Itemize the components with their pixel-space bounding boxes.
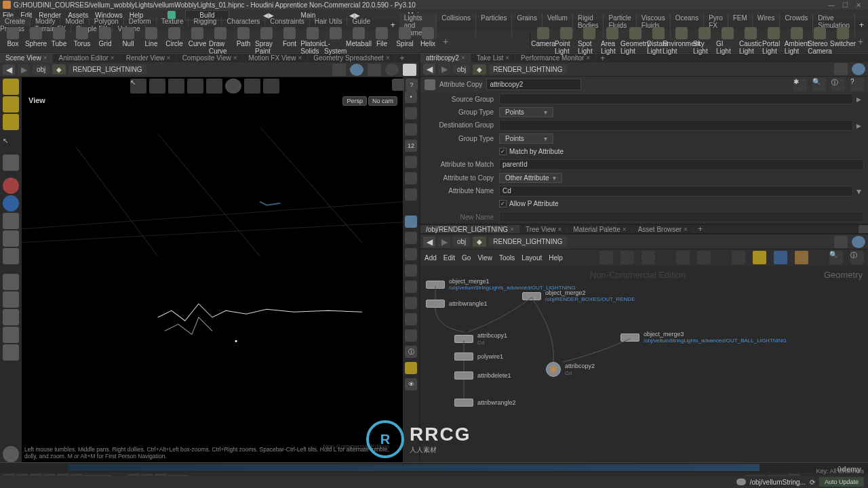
net-pin[interactable]: [834, 236, 848, 248]
node-attribcopy1[interactable]: attribcopy1 Cd: [454, 332, 507, 346]
node-polywire1[interactable]: polywire1: [454, 352, 503, 361]
rt-list[interactable]: [405, 297, 417, 309]
net-path-obj[interactable]: obj: [453, 237, 470, 247]
status-update[interactable]: Auto Update: [819, 477, 864, 487]
path-node[interactable]: RENDER_LIGHTNING: [68, 64, 146, 75]
shelf-tool[interactable]: Draw Curve: [209, 27, 232, 55]
path-pin[interactable]: [332, 64, 346, 76]
rt-eye[interactable]: 👁: [405, 378, 417, 390]
shelf-tool[interactable]: Spray Paint: [255, 27, 278, 55]
net-add[interactable]: Add: [425, 254, 437, 262]
shelf-tool[interactable]: Font: [278, 27, 301, 55]
net-tool-7[interactable]: [753, 251, 766, 264]
select-tool[interactable]: [3, 79, 19, 95]
rt-point[interactable]: •: [405, 91, 417, 103]
shelf-tool[interactable]: Environment Light: [670, 27, 693, 55]
snap-multi[interactable]: [3, 344, 19, 361]
param-pin[interactable]: [834, 63, 848, 75]
vp-layout[interactable]: [392, 79, 404, 91]
param-search-icon[interactable]: 🔍: [812, 78, 826, 92]
net-nav-fwd[interactable]: ▶: [438, 237, 450, 247]
pane-tab[interactable]: attribcopy2×: [420, 54, 471, 63]
node-attribwrangle2[interactable]: attribwrangle2: [454, 399, 516, 407]
snap-curve[interactable]: [3, 291, 19, 308]
pane-tab[interactable]: Render View×: [121, 54, 177, 62]
nav-back[interactable]: ◀: [3, 64, 15, 75]
path-wire[interactable]: [368, 64, 381, 76]
shelf-tool[interactable]: Line: [140, 27, 163, 55]
shelf-tab[interactable]: Characters: [222, 17, 265, 26]
param-path-obj[interactable]: obj: [453, 64, 470, 75]
shelf-tool[interactable]: Torus: [71, 27, 94, 55]
close-button[interactable]: ✕: [852, 1, 865, 9]
rt-light[interactable]: [405, 123, 417, 136]
chk-match-attr[interactable]: ✓Match by Attribute: [499, 148, 564, 155]
rt-sky[interactable]: [405, 216, 417, 228]
source-group-menu[interactable]: ▸: [853, 94, 864, 104]
net-max[interactable]: [859, 225, 868, 233]
pane-add-br[interactable]: +: [694, 224, 707, 234]
nav-fwd[interactable]: ▶: [18, 64, 30, 75]
net-search[interactable]: 🔍: [829, 251, 843, 264]
shelf-tool[interactable]: Curve: [186, 27, 209, 55]
pane-tab[interactable]: Take List×: [471, 54, 515, 63]
param-help-icon[interactable]: ?: [850, 78, 864, 92]
net-tools[interactable]: Tools: [499, 254, 515, 262]
shelf-tool[interactable]: Spot Light: [578, 27, 601, 55]
net-tool-8[interactable]: [774, 251, 787, 264]
net-help[interactable]: Help: [549, 254, 563, 262]
shelf-tool[interactable]: Caustic Light: [739, 27, 762, 55]
net-tool-4[interactable]: [676, 251, 690, 264]
net-view[interactable]: View: [477, 254, 492, 262]
path-box[interactable]: [403, 64, 416, 76]
param-link[interactable]: [852, 63, 865, 75]
param-gear-icon[interactable]: ✱: [793, 78, 807, 92]
net-edit[interactable]: Edit: [443, 254, 455, 262]
shelf-tool-add-l[interactable]: +: [439, 36, 452, 47]
net-path-node[interactable]: RENDER_LIGHTNING: [489, 237, 566, 247]
sel-attr-copy[interactable]: Other Attribute: [499, 173, 562, 183]
rt-diamond[interactable]: [405, 264, 417, 277]
shelf-tool[interactable]: Sky Light: [693, 27, 716, 55]
sel-group-type2[interactable]: Points: [499, 134, 553, 144]
snap-magnet[interactable]: [3, 327, 19, 343]
node-attribcopy2[interactable]: attribcopy2 Cd: [546, 362, 595, 377]
arrow-tool[interactable]: ↖: [3, 137, 19, 153]
shelf-tool[interactable]: Grid: [94, 27, 117, 55]
minimize-button[interactable]: —: [825, 1, 838, 9]
pane-tab[interactable]: Motion FX View×: [243, 54, 309, 62]
shelf-tool[interactable]: Platonic Solids: [301, 27, 324, 55]
network-view[interactable]: Non-Commercial Edition Geometry object_m…: [420, 266, 868, 462]
pane-tab[interactable]: /obj/RENDER_LIGHTNING×: [420, 225, 520, 234]
param-info-icon[interactable]: ⓘ: [831, 78, 845, 92]
shelf-tool[interactable]: Point Light: [555, 27, 578, 55]
rt-pin[interactable]: [405, 329, 417, 342]
sphere-tool[interactable]: [3, 195, 19, 211]
shelf-tab[interactable]: Collisions: [437, 14, 476, 37]
pane-add-left[interactable]: +: [395, 54, 408, 63]
select-tool-3[interactable]: [3, 114, 19, 130]
viewport[interactable]: ↖ ↖: [0, 77, 419, 462]
rt-path[interactable]: [405, 188, 417, 201]
pane-tab[interactable]: Composite View×: [177, 54, 243, 62]
dest-group-menu[interactable]: ▸: [853, 120, 864, 131]
path-obj[interactable]: obj: [33, 64, 50, 75]
rt-check2[interactable]: [405, 248, 417, 260]
shelf-tool[interactable]: Sphere: [24, 27, 47, 55]
shelf-tool[interactable]: Path: [232, 27, 255, 55]
rt-cube[interactable]: [405, 281, 417, 293]
pane-tab[interactable]: Animation Editor×: [53, 54, 120, 62]
render-tool[interactable]: [3, 446, 19, 462]
rt-grid[interactable]: [405, 362, 417, 374]
node-attribdelete1[interactable]: attribdelete1: [454, 371, 511, 380]
net-tool-1[interactable]: [599, 251, 613, 264]
input-dest-group[interactable]: [499, 120, 853, 131]
net-layout[interactable]: Layout: [521, 254, 542, 262]
shelf-tool[interactable]: GI Light: [716, 27, 739, 55]
path-shade[interactable]: [385, 64, 399, 76]
node-attribwrangle1[interactable]: attribwrangle1: [426, 300, 488, 308]
net-go[interactable]: Go: [462, 254, 471, 262]
path-display[interactable]: [350, 64, 363, 76]
snap-grid[interactable]: [3, 274, 19, 290]
rt-brush[interactable]: [405, 107, 417, 119]
